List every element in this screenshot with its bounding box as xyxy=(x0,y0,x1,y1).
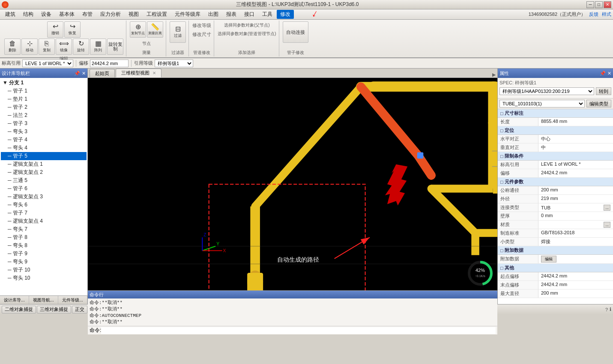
redo-button[interactable]: ↪ 恢复 xyxy=(64,21,81,38)
copynode-button[interactable]: ⊕ 复制节点 xyxy=(130,21,146,38)
2d-snap-btn[interactable]: 二维对象捕捉 xyxy=(2,306,36,313)
section-adddata[interactable]: □ 附加数据 xyxy=(498,246,613,255)
copy-button[interactable]: ⎘ 复制 xyxy=(39,39,55,55)
prop-key-material: 材质 xyxy=(498,221,538,229)
tree-elbow3[interactable]: ─ 弯头 3 xyxy=(1,128,87,136)
style-link[interactable]: 样式 xyxy=(602,11,611,18)
menu-yingli[interactable]: 应力分析 xyxy=(97,10,124,19)
tree-elbow10[interactable]: ─ 弯头 10 xyxy=(1,274,87,282)
minimize-button[interactable]: ─ xyxy=(586,1,594,8)
undo-button[interactable]: ↩ 撤销 xyxy=(47,21,63,38)
rotatecopy-button[interactable]: 旋转复制 xyxy=(107,39,123,55)
tree-tube4[interactable]: ─ 管子 4 xyxy=(1,136,87,144)
props-pin-btn[interactable]: 📌 xyxy=(600,71,606,76)
menu-jiekou[interactable]: 接口 xyxy=(241,10,258,19)
spec-combo[interactable]: 样例等级1/HAAP01320:200:219 xyxy=(499,87,594,95)
section-dimensions[interactable]: □ 尺寸标注 xyxy=(498,109,613,118)
offset-input[interactable] xyxy=(90,60,129,67)
menu-xiugai[interactable]: 修改 xyxy=(277,10,294,19)
menu-jianzu[interactable]: 建筑 xyxy=(2,10,19,19)
menu-chutu[interactable]: 出图 xyxy=(205,10,222,19)
tree-tube6[interactable]: ─ 管子 6 xyxy=(1,185,87,193)
help-btn[interactable]: ? xyxy=(605,307,608,312)
tree-elbow9[interactable]: ─ 弯头 9 xyxy=(1,258,87,266)
close-button[interactable]: ✕ xyxy=(604,1,611,8)
tree-tube1[interactable]: ─ 管子 1 xyxy=(1,87,87,95)
sidebar-pin-btn[interactable]: 📌 xyxy=(74,71,80,76)
section-compparams[interactable]: □ 元件参数 xyxy=(498,178,613,186)
props-close-btn[interactable]: ✕ xyxy=(607,71,611,76)
level-dropdown[interactable]: LEVE 1 of WORL * xyxy=(22,60,73,67)
tree-tube2[interactable]: ─ 管子 2 xyxy=(1,103,87,111)
menu-gongcheng[interactable]: 工程设置 xyxy=(143,10,170,19)
ortho-btn[interactable]: 正交 xyxy=(72,306,87,313)
menu-jiegou[interactable]: 结构 xyxy=(20,10,37,19)
adddata-edit-btn[interactable]: 编辑 xyxy=(541,256,556,263)
tree-logic3[interactable]: ─ 逻辑支架点 3 xyxy=(1,193,87,201)
tree-logic1[interactable]: ─ 逻辑支架点 1 xyxy=(1,160,87,168)
tree-flange2[interactable]: ─ 法兰 2 xyxy=(1,111,87,119)
tree-tee5[interactable]: ─ 三通 5 xyxy=(1,176,87,185)
tree-tube10[interactable]: ─ 管子 10 xyxy=(1,266,87,274)
menu-shebei[interactable]: 设备 xyxy=(38,10,55,19)
menu-yuanjian[interactable]: 元件等级库 xyxy=(171,10,204,19)
select-parent-btn[interactable]: 选择同参数对象(父节点) xyxy=(224,21,270,29)
tree-pad1[interactable]: ─ 垫片 1 xyxy=(1,95,87,103)
menu-gongju[interactable]: 工具 xyxy=(259,10,276,19)
tree-elbow4[interactable]: ─ 弯头 4 xyxy=(1,144,87,152)
props-title: 属性 xyxy=(499,70,509,77)
menu-baobiao[interactable]: 报表 xyxy=(223,10,240,19)
tree-tube3[interactable]: ─ 管子 3 xyxy=(1,119,87,128)
section-constraints[interactable]: □ 限制条件 xyxy=(498,152,613,161)
tree-tube5[interactable]: ─ 管子 5 xyxy=(1,152,87,160)
viewport-scroll-right[interactable]: ▶ xyxy=(492,72,496,78)
toolbar: ↩ 撤销 ↪ 恢复 🗑 删除 ⊹ 移动 ⎘ 复制 ⟺ 镜像 xyxy=(0,20,613,58)
modify-grade-btn[interactable]: 修改等级 xyxy=(192,21,211,30)
select-pipe-btn[interactable]: 选择同参数对象(管道管理节点) xyxy=(218,30,276,38)
prop-row-halign: 水平对正 中心 xyxy=(498,135,613,143)
tree-elbow6[interactable]: ─ 弯头 6 xyxy=(1,201,87,209)
menu-buguan[interactable]: 布管 xyxy=(79,10,96,19)
modify-size-btn[interactable]: 修改尺寸 xyxy=(192,30,211,39)
filter-button[interactable]: ⊟ 过滤 xyxy=(170,21,186,43)
sidebar-tab-design[interactable]: 设计库导... xyxy=(0,296,29,304)
goto-button[interactable]: 转到 xyxy=(596,87,611,95)
cmd-input[interactable] xyxy=(101,327,496,334)
viewport-3d[interactable]: Y X Z 自动生成的路径 自动插入法兰，垫片 xyxy=(88,78,497,290)
tree-branch1[interactable]: ▼ 分支 1 xyxy=(1,79,87,87)
section-other[interactable]: □ 其他 xyxy=(498,264,613,272)
mirror-button[interactable]: ⟺ 镜像 xyxy=(56,39,72,55)
menu-jibenti[interactable]: 基本体 xyxy=(56,10,78,19)
autoconnect-button[interactable]: 自动连接 xyxy=(283,21,308,43)
type-combo[interactable]: TUBE_1010103(1) xyxy=(499,100,585,107)
tree-logic4[interactable]: ─ 逻辑支架点 4 xyxy=(1,217,87,225)
tab-startpage[interactable]: 起始页 xyxy=(90,69,115,78)
tree-tube7[interactable]: ─ 管子 7 xyxy=(1,209,87,217)
info-btn[interactable]: ℹ xyxy=(610,307,611,312)
sidebar-tab-view[interactable]: 视图导航... xyxy=(29,296,58,304)
menu-shitu[interactable]: 视图 xyxy=(125,10,142,19)
sidebar-tab-level[interactable]: 元件等级... xyxy=(58,296,87,304)
sidebar-close-btn[interactable]: ✕ xyxy=(82,71,86,76)
tree-elbow8[interactable]: ─ 弯头 8 xyxy=(1,242,87,250)
3d-snap-btn[interactable]: 三维对象捕捉 xyxy=(37,306,71,313)
tree-logic2[interactable]: ─ 逻辑支架点 2 xyxy=(1,168,87,176)
array-button[interactable]: ▦ 阵列 xyxy=(90,39,106,55)
tree-tube9[interactable]: ─ 管子 9 xyxy=(1,250,87,258)
material-edit-btn[interactable]: ... xyxy=(604,222,610,228)
reflevel-dropdown[interactable]: 样例等级1 xyxy=(155,60,193,67)
tab-close-3dview[interactable]: ✕ xyxy=(153,71,156,75)
feedback-link[interactable]: 反馈 xyxy=(589,11,598,18)
tree-tube8[interactable]: ─ 管子 8 xyxy=(1,233,87,242)
measure-button[interactable]: 📏 测量距离 xyxy=(147,21,163,38)
move-button[interactable]: ⊹ 移动 xyxy=(21,39,38,55)
maximize-button[interactable]: □ xyxy=(595,1,603,8)
conntype-edit-btn[interactable]: ... xyxy=(604,205,610,211)
delete-button[interactable]: 🗑 删除 xyxy=(4,39,21,55)
prop-val-conntype: TUB ... xyxy=(538,203,613,212)
edit-type-button[interactable]: 编辑类型 xyxy=(586,100,611,107)
tree-elbow7[interactable]: ─ 弯头 7 xyxy=(1,225,87,233)
rotate-button[interactable]: ↻ 旋转 xyxy=(73,39,89,55)
tab-3dview[interactable]: 三维模型视图 ✕ xyxy=(116,69,161,78)
section-location[interactable]: □ 定位 xyxy=(498,126,613,135)
